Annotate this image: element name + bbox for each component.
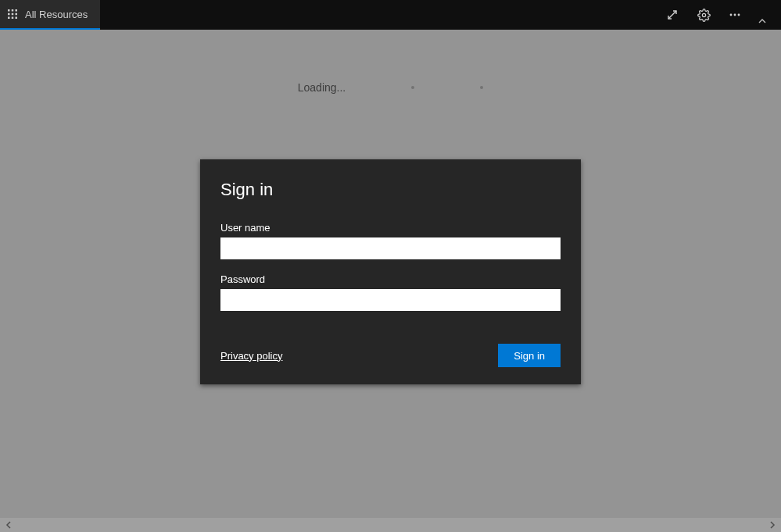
dialog-title: Sign in xyxy=(220,180,561,200)
svg-rect-7 xyxy=(12,17,14,20)
username-input[interactable] xyxy=(220,237,561,259)
scroll-right[interactable] xyxy=(767,520,778,530)
svg-rect-2 xyxy=(16,9,18,12)
statusbar xyxy=(0,518,781,532)
tab-all-resources[interactable]: All Resources xyxy=(0,0,100,30)
more-button[interactable] xyxy=(720,0,750,30)
topbar-actions xyxy=(657,0,781,30)
chevron-up-icon xyxy=(758,12,766,27)
settings-button[interactable] xyxy=(689,0,718,30)
chevron-right-icon xyxy=(769,520,776,530)
svg-point-10 xyxy=(702,13,705,16)
svg-point-12 xyxy=(734,14,736,16)
username-field: User name xyxy=(220,222,561,259)
svg-rect-4 xyxy=(12,13,14,16)
username-label: User name xyxy=(220,222,561,234)
password-input[interactable] xyxy=(220,289,561,311)
tab-label: All Resources xyxy=(25,9,88,20)
expand-icon xyxy=(666,9,679,21)
svg-point-13 xyxy=(738,14,740,16)
svg-rect-6 xyxy=(8,17,10,20)
signin-button[interactable]: Sign in xyxy=(498,344,561,367)
svg-rect-3 xyxy=(8,13,10,16)
svg-line-9 xyxy=(668,11,676,19)
collapse-button[interactable] xyxy=(751,0,773,30)
ellipsis-icon xyxy=(729,9,741,21)
topbar: All Resources xyxy=(0,0,781,30)
svg-rect-5 xyxy=(16,13,18,16)
dialog-footer: Privacy policy Sign in xyxy=(220,344,561,367)
app-root: All Resources xyxy=(0,0,781,532)
password-field: Password xyxy=(220,273,561,311)
gear-icon xyxy=(697,9,711,22)
password-label: Password xyxy=(220,273,561,285)
chevron-left-icon xyxy=(5,520,12,530)
svg-point-11 xyxy=(730,14,733,16)
svg-rect-0 xyxy=(8,9,10,12)
expand-button[interactable] xyxy=(657,0,687,30)
apps-grid-icon xyxy=(6,8,19,20)
svg-rect-1 xyxy=(12,9,14,12)
svg-rect-8 xyxy=(16,17,18,20)
scroll-left[interactable] xyxy=(3,520,14,530)
signin-dialog: Sign in User name Password Privacy polic… xyxy=(200,159,581,384)
privacy-policy-link[interactable]: Privacy policy xyxy=(220,350,282,362)
